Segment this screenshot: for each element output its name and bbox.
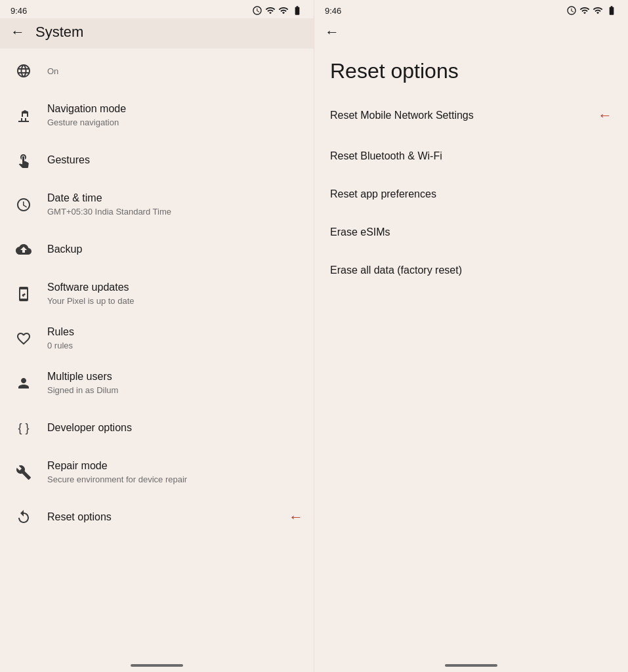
backup-svg: [16, 242, 31, 257]
language-subtitle: On: [47, 66, 303, 77]
reset-apps-label: Reset app preferences: [330, 188, 612, 200]
software-svg: [16, 286, 31, 302]
clock-status-icon: [252, 5, 262, 16]
repair-subtitle: Secure environment for device repair: [47, 474, 303, 486]
backup-text: Backup: [47, 243, 303, 257]
settings-list: On Navigation mode Gesture navigation Ge…: [0, 49, 314, 652]
gestures-title: Gestures: [47, 154, 303, 167]
factory-reset-label: Erase all data (factory reset): [330, 264, 612, 276]
settings-item-gestures[interactable]: Gestures: [0, 138, 314, 182]
status-icons-left: [252, 5, 303, 16]
wifi-right: [579, 5, 590, 16]
rules-text: Rules 0 rules: [47, 326, 303, 352]
repair-svg: [16, 465, 31, 480]
backup-icon: [10, 236, 37, 262]
time-left: 9:46: [10, 6, 27, 16]
status-icons-right: [566, 5, 618, 16]
language-text: On: [47, 65, 303, 77]
home-indicator-left: [131, 664, 183, 667]
developer-text: Developer options: [47, 421, 303, 435]
software-text: Software updates Your Pixel is up to dat…: [47, 281, 303, 307]
datetime-subtitle: GMT+05:30 India Standard Time: [47, 207, 303, 218]
reset-mobile-label: Reset Mobile Network Settings: [330, 110, 593, 121]
rules-title: Rules: [47, 326, 303, 339]
datetime-svg: [16, 197, 31, 213]
developer-title: Developer options: [47, 421, 303, 435]
left-panel: 9:46 ← System On: [0, 0, 314, 672]
rules-subtitle: 0 rules: [47, 341, 303, 352]
gestures-text: Gestures: [47, 154, 303, 167]
gestures-icon: [10, 147, 37, 173]
users-title: Multiple users: [47, 370, 303, 384]
developer-symbol: { }: [18, 421, 29, 435]
navigation-subtitle: Gesture navigation: [47, 117, 303, 129]
software-icon: [10, 281, 37, 307]
page-title-left: System: [35, 24, 83, 41]
rules-svg: [16, 331, 31, 346]
back-button-right[interactable]: ←: [325, 24, 339, 40]
users-icon: [10, 370, 37, 396]
bottom-bar-right: [314, 652, 628, 672]
reset-options-title: Reset options: [314, 43, 628, 94]
datetime-text: Date & time GMT+05:30 India Standard Tim…: [47, 192, 303, 218]
language-icon: [10, 58, 37, 84]
rules-icon: [10, 326, 37, 352]
status-bar-left: 9:46: [0, 0, 314, 18]
reset-title: Reset options: [47, 511, 283, 524]
reset-item-factory[interactable]: Erase all data (factory reset): [314, 251, 628, 289]
signal-right: [593, 5, 603, 16]
erase-esims-label: Erase eSIMs: [330, 226, 612, 238]
right-panel: 9:46 ← Reset options Reset Mobile Networ…: [314, 0, 628, 672]
bottom-bar-left: [0, 652, 314, 672]
reset-text: Reset options: [47, 511, 283, 524]
settings-item-datetime[interactable]: Date & time GMT+05:30 India Standard Tim…: [0, 182, 314, 227]
software-subtitle: Your Pixel is up to date: [47, 296, 303, 307]
top-bar-left: ← System: [0, 18, 314, 49]
reset-item-mobile-network[interactable]: Reset Mobile Network Settings ←: [314, 94, 628, 137]
gestures-svg: [16, 152, 31, 168]
reset-options-list: Reset Mobile Network Settings ← Reset Bl…: [314, 94, 628, 652]
reset-mobile-red-arrow: ←: [598, 107, 612, 124]
repair-icon: [10, 459, 37, 486]
language-svg: [16, 63, 31, 79]
reset-red-arrow: ←: [289, 509, 303, 526]
settings-item-backup[interactable]: Backup: [0, 227, 314, 272]
settings-item-rules[interactable]: Rules 0 rules: [0, 316, 314, 361]
navigation-icon: [10, 102, 37, 129]
settings-item-reset[interactable]: Reset options ←: [0, 495, 314, 539]
users-text: Multiple users Signed in as Dilum: [47, 370, 303, 396]
settings-item-users[interactable]: Multiple users Signed in as Dilum: [0, 361, 314, 406]
repair-title: Repair mode: [47, 459, 303, 473]
settings-item-language[interactable]: On: [0, 49, 314, 93]
settings-item-software[interactable]: Software updates Your Pixel is up to dat…: [0, 272, 314, 316]
developer-icon: { }: [10, 415, 37, 441]
reset-item-bluetooth[interactable]: Reset Bluetooth & Wi-Fi: [314, 137, 628, 175]
settings-item-repair[interactable]: Repair mode Secure environment for devic…: [0, 450, 314, 495]
settings-item-navigation[interactable]: Navigation mode Gesture navigation: [0, 93, 314, 138]
navigation-text: Navigation mode Gesture navigation: [47, 102, 303, 129]
repair-text: Repair mode Secure environment for devic…: [47, 459, 303, 486]
clock-status-right: [566, 5, 577, 16]
backup-title: Backup: [47, 243, 303, 257]
battery-right: [606, 5, 618, 16]
reset-icon: [10, 504, 37, 530]
reset-bluetooth-label: Reset Bluetooth & Wi-Fi: [330, 150, 612, 162]
reset-svg: [16, 509, 31, 525]
back-row-right: ←: [314, 18, 628, 43]
navigation-svg: [16, 108, 31, 123]
battery-icon: [291, 5, 303, 16]
navigation-title: Navigation mode: [47, 102, 303, 116]
users-subtitle: Signed in as Dilum: [47, 385, 303, 396]
reset-item-esims[interactable]: Erase eSIMs: [314, 213, 628, 251]
status-bar-right: 9:46: [314, 0, 628, 18]
home-indicator-right: [445, 664, 497, 667]
reset-item-app-prefs[interactable]: Reset app preferences: [314, 175, 628, 213]
wifi-icon: [265, 5, 276, 16]
back-button-left[interactable]: ←: [10, 24, 25, 41]
time-right: 9:46: [325, 6, 341, 16]
datetime-icon: [10, 192, 37, 218]
signal-icon: [278, 5, 289, 16]
datetime-title: Date & time: [47, 192, 303, 205]
settings-item-developer[interactable]: { } Developer options: [0, 406, 314, 450]
users-svg: [16, 375, 31, 391]
